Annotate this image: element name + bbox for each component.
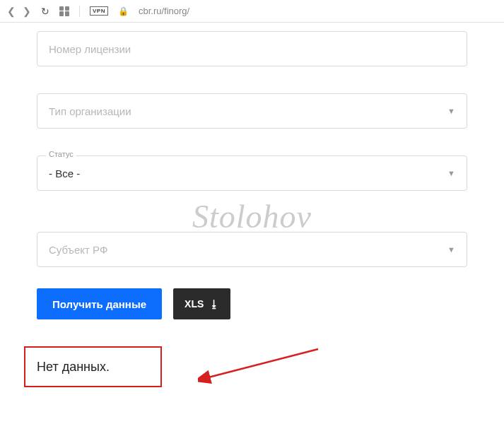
submit-button[interactable]: Получить данные (37, 288, 162, 319)
lock-icon: 🔒 (118, 6, 129, 16)
address-url[interactable]: cbr.ru/finorg/ (139, 6, 189, 16)
no-data-message: Нет данных. (24, 346, 162, 387)
license-input[interactable] (49, 43, 455, 55)
chevron-down-icon: ▼ (447, 107, 455, 115)
annotation-arrow-icon (198, 342, 325, 399)
forward-button[interactable]: ❯ (23, 6, 31, 17)
chevron-down-icon: ▼ (447, 169, 455, 177)
status-value: - Все - (49, 167, 447, 179)
license-field[interactable] (37, 31, 467, 66)
subject-select[interactable]: Субъект РФ ▼ (37, 232, 467, 267)
browser-toolbar: ❮ ❯ ↻ VPN 🔒 cbr.ru/finorg/ (0, 0, 504, 23)
org-type-select[interactable]: Тип организации ▼ (37, 93, 467, 129)
vpn-badge[interactable]: VPN (90, 6, 108, 16)
chevron-down-icon: ▼ (447, 245, 455, 254)
reload-button[interactable]: ↻ (41, 6, 49, 17)
export-label: XLS (184, 298, 204, 310)
extensions-icon[interactable] (59, 6, 69, 16)
toolbar-divider (79, 6, 80, 17)
export-xls-button[interactable]: XLS ⭳ (173, 288, 230, 319)
status-select[interactable]: Статус - Все - ▼ (37, 155, 467, 191)
svg-line-1 (209, 349, 318, 377)
watermark-text: Stolohov (192, 198, 312, 235)
status-label: Статус (46, 150, 76, 158)
org-type-placeholder: Тип организации (49, 105, 447, 117)
back-button[interactable]: ❮ (7, 6, 16, 17)
download-icon: ⭳ (209, 298, 219, 310)
subject-placeholder: Субъект РФ (49, 244, 447, 256)
